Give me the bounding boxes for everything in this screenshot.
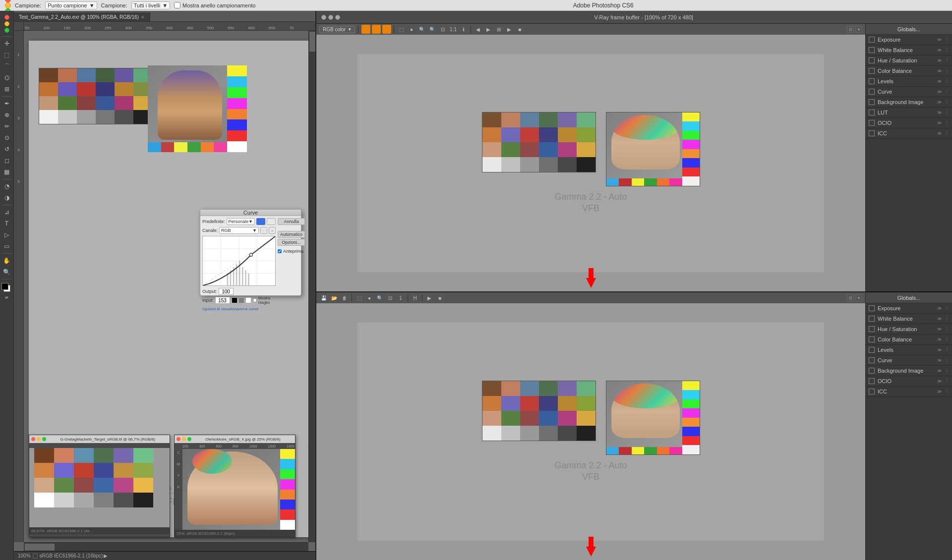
- expand-icon-ocio[interactable]: ≫: [937, 120, 942, 125]
- vfb-stop-btn[interactable]: ■: [515, 25, 524, 34]
- expand-icon-wb[interactable]: ≫: [937, 48, 942, 53]
- move-tool[interactable]: ✛: [1, 38, 12, 49]
- more-icon-hue[interactable]: ⋮: [945, 58, 949, 63]
- ps-maximize[interactable]: [4, 28, 9, 33]
- curve-graph[interactable]: [202, 236, 276, 286]
- b-more-cur[interactable]: ⋮: [945, 358, 949, 363]
- lasso-tool[interactable]: ⌒: [1, 61, 12, 72]
- triangle-indicator[interactable]: ▶: [104, 553, 108, 559]
- gradient-tool[interactable]: ▦: [1, 167, 12, 177]
- save-vfb-btn[interactable]: [361, 25, 370, 34]
- b-levels-checkbox[interactable]: [869, 347, 875, 353]
- white-eyedropper[interactable]: [245, 297, 251, 303]
- curve-dialog[interactable]: Curve Predefinite: Personale ▼: [200, 209, 301, 296]
- more-icon-cb[interactable]: ⋮: [945, 68, 949, 73]
- b-save-btn[interactable]: 💾: [319, 293, 328, 302]
- tab-close-icon[interactable]: ✕: [141, 15, 145, 20]
- b-expand[interactable]: ⊡: [847, 294, 854, 301]
- more-icon-ocio[interactable]: ⋮: [945, 120, 949, 125]
- b-more-wb[interactable]: ⋮: [945, 316, 949, 321]
- b-icc-checkbox[interactable]: [869, 389, 875, 394]
- curve-checkbox[interactable]: [869, 89, 875, 95]
- hue-checkbox[interactable]: [869, 57, 875, 63]
- clear-vfb-btn[interactable]: [382, 25, 391, 34]
- sub-max-2[interactable]: [187, 437, 191, 441]
- b-render-btn[interactable]: ▶: [425, 293, 434, 302]
- vfb-light-1[interactable]: [321, 15, 326, 20]
- more-icon-wb[interactable]: ⋮: [945, 48, 949, 53]
- b-more-lev[interactable]: ⋮: [945, 347, 949, 352]
- b-h-btn[interactable]: H: [411, 293, 419, 302]
- close-button[interactable]: [5, 0, 11, 2]
- b-zoom-in[interactable]: 🔍: [375, 293, 384, 302]
- preset-dropdown[interactable]: Personale ▼: [227, 218, 255, 225]
- expand-icon-lut[interactable]: ≫: [937, 110, 942, 115]
- ps-close[interactable]: [4, 15, 9, 20]
- vfb-eye-btn[interactable]: ●: [407, 25, 416, 34]
- annulla-button[interactable]: Annulla: [278, 218, 305, 225]
- crop-tool[interactable]: ⊞: [1, 84, 12, 95]
- exposure-checkbox[interactable]: [869, 37, 875, 43]
- input-value-input[interactable]: [215, 297, 230, 304]
- hand-tool[interactable]: ✋: [1, 255, 12, 266]
- expand-icon-icc[interactable]: ≫: [937, 131, 942, 136]
- sub-close-2[interactable]: [177, 437, 180, 441]
- expand-icon-bg[interactable]: ≫: [937, 100, 942, 105]
- brush-tool[interactable]: ✏: [1, 121, 12, 132]
- b-1to1[interactable]: 1: [396, 293, 405, 302]
- curve-setting-btn[interactable]: [256, 218, 265, 225]
- b-expand-bg[interactable]: ≫: [937, 368, 942, 373]
- history-tool[interactable]: ↺: [1, 144, 12, 155]
- b-ocio-checkbox[interactable]: [869, 378, 875, 384]
- b-expand-cur[interactable]: ≫: [937, 358, 942, 363]
- ps-minimize[interactable]: [4, 21, 9, 26]
- expand-icon[interactable]: ≫: [937, 37, 942, 42]
- b-hue-checkbox[interactable]: [869, 326, 875, 332]
- black-eyedropper[interactable]: [232, 297, 238, 303]
- b-eye-btn[interactable]: ●: [365, 293, 374, 302]
- sub-max[interactable]: [42, 437, 46, 441]
- color-swatch[interactable]: [1, 283, 12, 294]
- vfb-expand[interactable]: ⊡: [847, 26, 854, 33]
- preview-checkbox[interactable]: [278, 249, 282, 253]
- vfb-zoom-out[interactable]: 🔍: [428, 25, 437, 34]
- vfb-compare-next[interactable]: ▶: [484, 25, 493, 34]
- active-doc-tab[interactable]: Test_Gamma_2.2_Auto.exr @ 100% (RGBA, RG…: [14, 12, 150, 21]
- fg-color[interactable]: [1, 283, 8, 290]
- vfb-region[interactable]: ⊞: [494, 25, 503, 34]
- expand-icon-hue[interactable]: ≫: [937, 58, 942, 63]
- auto-button[interactable]: Automatico: [278, 231, 305, 238]
- expand-icon-lev[interactable]: ≫: [937, 79, 942, 84]
- b-curve-checkbox[interactable]: [869, 357, 875, 363]
- b-color-btn[interactable]: ⬚: [355, 293, 363, 302]
- more-icon-bg[interactable]: ⋮: [945, 100, 949, 105]
- b-more-cb[interactable]: ⋮: [945, 337, 949, 342]
- levels-checkbox[interactable]: [869, 78, 875, 84]
- zoom-tool[interactable]: 🔍: [1, 267, 12, 278]
- vfb-light-2[interactable]: [328, 15, 333, 20]
- vfb-1to1[interactable]: 1:1: [449, 25, 458, 34]
- b-more-hue[interactable]: ⋮: [945, 327, 949, 332]
- eyedropper-tool[interactable]: ✒: [1, 98, 12, 109]
- more-icon-lut[interactable]: ⋮: [945, 110, 949, 115]
- mostra-anello-checkbox-wrap[interactable]: Mostra anello campionamento: [174, 2, 255, 8]
- shape-tool[interactable]: ▭: [1, 241, 12, 252]
- b-expand-cb[interactable]: ≫: [937, 337, 942, 342]
- b-expand-lev[interactable]: ≫: [937, 347, 942, 352]
- b-more-ocio[interactable]: ⋮: [945, 379, 949, 384]
- text-tool[interactable]: T: [1, 218, 12, 229]
- v-scroll-thumb[interactable]: [309, 32, 315, 52]
- magic-wand-tool[interactable]: ⌬: [1, 72, 12, 83]
- vfb-fit[interactable]: ⊡: [438, 25, 447, 34]
- b-fit-btn[interactable]: ⊡: [386, 293, 395, 302]
- b-stop-btn[interactable]: ■: [435, 293, 444, 302]
- show-clip-checkbox[interactable]: [253, 298, 257, 302]
- expand-icon-cur[interactable]: ≫: [937, 89, 942, 94]
- sub-min[interactable]: [37, 437, 41, 441]
- more-icon-cur[interactable]: ⋮: [945, 89, 949, 94]
- dodge-tool[interactable]: ◑: [1, 192, 12, 203]
- b-collapse[interactable]: ▾: [855, 294, 862, 301]
- path-select-tool[interactable]: ▷: [1, 229, 12, 240]
- marquee-tool[interactable]: ⬚: [1, 50, 12, 60]
- b-more-icc[interactable]: ⋮: [945, 389, 949, 394]
